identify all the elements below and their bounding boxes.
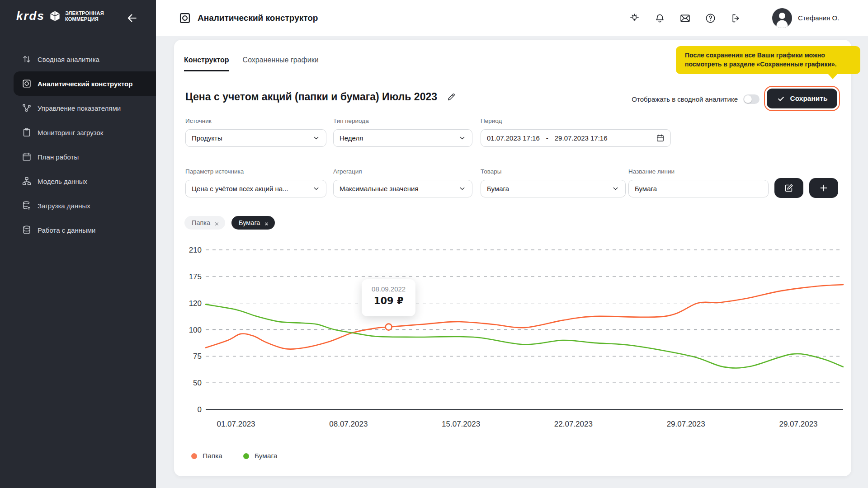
logo-caption: ЭЛЕКТРОННАЯ КОММЕРЦИЯ (65, 10, 104, 22)
field-label: Агрегация (333, 168, 362, 175)
toggle-knob (744, 95, 752, 103)
legend-label: Папка (203, 452, 222, 460)
sidebar-item-label: Мониторинг загрузок (38, 129, 103, 136)
chevron-down-icon (612, 185, 619, 192)
constructor-card: Конструктор Сохраненные графики После со… (174, 40, 851, 476)
avatar[interactable] (772, 8, 792, 28)
x-tick-label: 29.07.2023 (667, 420, 705, 428)
date-from: 01.07.2023 17:16 (487, 134, 540, 142)
line-chips: ПапкаБумага (184, 216, 275, 230)
field-value: Неделя (340, 134, 458, 142)
chevron-down-icon (312, 185, 320, 192)
sidebar-collapse-icon[interactable] (126, 12, 138, 24)
date-to: 29.07.2023 17:16 (555, 134, 652, 142)
select-field[interactable]: Продукты (185, 129, 326, 147)
x-tick-label: 22.07.2023 (554, 420, 593, 428)
hint-line-1: После сохранения все Ваши графики можно (685, 51, 851, 60)
sidebar-item-label: Модель данных (38, 178, 87, 185)
field-label: Период (481, 117, 502, 124)
x-tick-label: 29.07.2023 (779, 420, 817, 428)
sidebar-item-label: Аналитический конструктор (38, 80, 132, 88)
chart-tooltip: 08.09.2022 109 ₽ (362, 279, 415, 316)
edit-square-icon (784, 183, 794, 193)
sidebar-item[interactable]: Управление показателями (14, 96, 156, 120)
logout-icon[interactable] (730, 13, 741, 24)
edit-title-pencil-icon[interactable] (446, 92, 456, 102)
legend-item[interactable]: Бумага (243, 452, 278, 460)
hover-point-marker[interactable] (386, 324, 392, 330)
legend-item[interactable]: Папка (191, 452, 222, 460)
chevron-down-icon (312, 134, 320, 142)
tab-saved-charts[interactable]: Сохраненные графики (243, 56, 319, 71)
summary-toggle[interactable] (743, 94, 760, 104)
help-icon[interactable] (705, 13, 716, 24)
series-line-Папка (206, 285, 843, 349)
sidebar-nav: Сводная аналитикаАналитический конструкт… (0, 47, 156, 242)
header: Аналитический конструктор Стефания О. (156, 0, 868, 36)
logo-caption-line1: ЭЛЕКТРОННАЯ (65, 10, 104, 16)
app-window: krds ЭЛЕКТРОННАЯ КОММЕРЦИЯ Сводная анали… (0, 0, 868, 488)
y-tick-label: 120 (189, 299, 202, 308)
edit-line-button[interactable] (774, 178, 803, 198)
add-line-button[interactable] (809, 178, 838, 198)
y-tick-label: 0 (198, 405, 202, 414)
sitemap-icon (22, 176, 32, 186)
save-button[interactable]: Сохранить (767, 89, 837, 108)
hint-line-2: посмотреть в разделе «Сохраненные график… (685, 60, 851, 69)
sidebar-item[interactable]: Мониторинг загрузок (14, 120, 156, 145)
main-area: Конструктор Сохраненные графики После со… (156, 36, 868, 488)
chevron-down-icon (458, 185, 466, 192)
hint-pointer (828, 74, 838, 79)
save-hint-tooltip: После сохранения все Ваши графики можно … (676, 46, 860, 74)
nodes-icon (22, 103, 32, 113)
line-chip[interactable]: Бумага (231, 216, 275, 230)
text-field[interactable]: Бумага (628, 180, 769, 197)
sidebar-item[interactable]: План работы (14, 145, 156, 169)
select-field[interactable]: Максимальные значения (333, 180, 472, 197)
y-tick-label: 175 (189, 272, 202, 281)
sidebar-item[interactable]: Модель данных (14, 169, 156, 193)
close-icon[interactable] (214, 221, 219, 225)
sidebar-item[interactable]: Аналитический конструктор (14, 71, 156, 96)
sidebar-item[interactable]: Загрузка данных (14, 193, 156, 218)
select-field[interactable]: Цена с учётом всех акций на... (185, 180, 326, 197)
line-chart[interactable]: 0507510012017521001.07.202308.07.202315.… (174, 237, 851, 449)
y-tick-label: 50 (193, 379, 202, 387)
calendar-small-icon (656, 134, 665, 142)
close-icon[interactable] (264, 221, 269, 225)
viewfinder-icon (179, 12, 191, 24)
calendar-icon (22, 152, 32, 162)
daterange-field[interactable]: 01.07.2023 17:16-29.07.2023 17:16 (481, 129, 671, 147)
logo-wordmark: krds (16, 9, 45, 23)
chip-label: Бумага (239, 219, 260, 226)
legend-dot (191, 453, 197, 459)
sidebar-item[interactable]: Работа с данными (14, 218, 156, 242)
field-value: Цена с учётом всех акций на... (192, 185, 312, 192)
database-upload-icon (22, 201, 32, 211)
field-value: Продукты (192, 134, 312, 142)
mail-icon[interactable] (679, 13, 691, 24)
tooltip-value: 109 ₽ (362, 296, 415, 306)
sidebar-item-label: Управление показателями (38, 104, 121, 112)
y-tick-label: 75 (193, 352, 202, 361)
save-button-label: Сохранить (790, 94, 828, 103)
header-icons (629, 0, 741, 36)
notifications-icon[interactable] (654, 13, 665, 24)
date-separator: - (546, 134, 548, 142)
y-tick-label: 210 (189, 246, 202, 254)
line-chip[interactable]: Папка (184, 216, 225, 230)
idea-icon[interactable] (629, 13, 640, 24)
sidebar: krds ЭЛЕКТРОННАЯ КОММЕРЦИЯ Сводная анали… (0, 0, 156, 488)
tabs: Конструктор Сохраненные графики (184, 56, 319, 71)
sidebar-item-label: Работа с данными (38, 226, 95, 234)
check-icon (777, 94, 785, 103)
tab-constructor[interactable]: Конструктор (184, 56, 229, 71)
select-field[interactable]: Неделя (333, 129, 472, 147)
sidebar-item[interactable]: Сводная аналитика (14, 47, 156, 71)
user-name[interactable]: Стефания О. (798, 0, 839, 36)
summary-toggle-label: Отображать в сводной аналитике (626, 95, 738, 103)
field-value: Бумага (635, 185, 762, 192)
field-label: Товары (481, 168, 501, 175)
sidebar-item-label: План работы (38, 153, 79, 161)
select-field[interactable]: Бумага (481, 180, 626, 197)
